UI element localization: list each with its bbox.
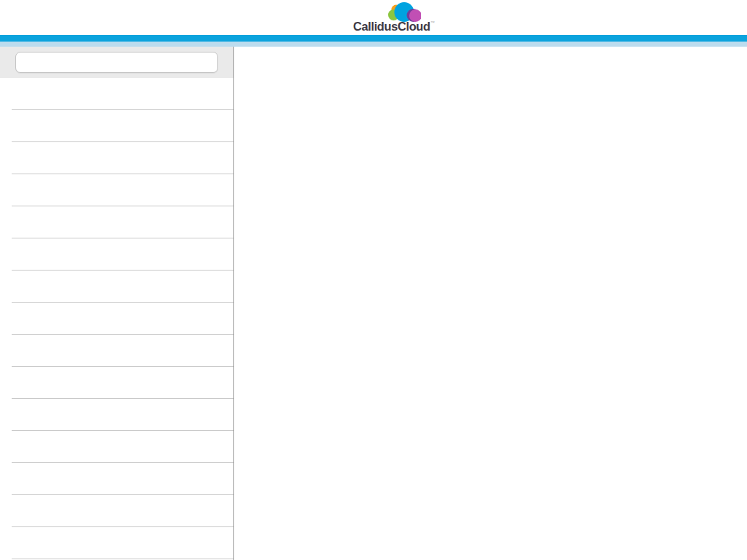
list-item[interactable]	[0, 303, 233, 335]
list-item[interactable]	[0, 399, 233, 431]
list-item[interactable]	[0, 110, 233, 142]
calliduscloud-logo: CallidusCloud™	[353, 2, 422, 34]
brand-text: CallidusCloud	[353, 20, 430, 33]
list-item[interactable]	[0, 495, 233, 527]
trademark-symbol: ™	[430, 20, 435, 25]
brand-wordmark: CallidusCloud™	[353, 20, 435, 34]
page-body	[0, 47, 747, 560]
list-item[interactable]	[0, 527, 233, 559]
list-item[interactable]	[0, 463, 233, 495]
list-item[interactable]	[0, 174, 233, 206]
accent-bar-primary	[0, 35, 747, 42]
sidebar	[0, 47, 234, 560]
app-window: CallidusCloud™	[0, 0, 747, 560]
sidebar-search-input[interactable]	[15, 52, 218, 73]
main-content	[234, 47, 747, 560]
header: CallidusCloud™	[0, 0, 747, 35]
list-item[interactable]	[0, 367, 233, 399]
list-item[interactable]	[0, 142, 233, 174]
sidebar-search-band	[0, 47, 233, 78]
list-item[interactable]	[0, 431, 233, 463]
list-item[interactable]	[0, 238, 233, 271]
list-item[interactable]	[0, 335, 233, 367]
sidebar-list	[0, 78, 233, 560]
accent-bar-secondary	[0, 42, 747, 47]
list-item[interactable]	[0, 206, 233, 238]
list-item[interactable]	[0, 271, 233, 303]
list-item[interactable]	[0, 78, 233, 110]
